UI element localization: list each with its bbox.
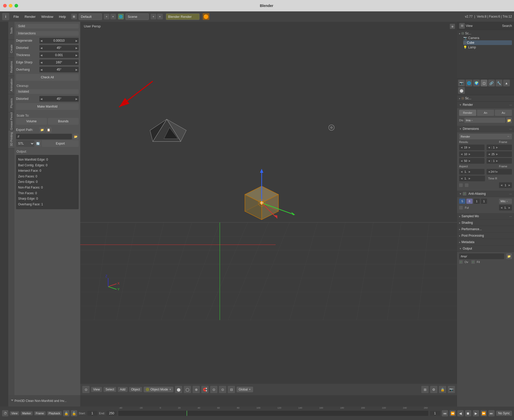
aspect-y-stepper[interactable]: ◀ 1. ▶ <box>459 176 485 181</box>
timeline-frame[interactable]: Frame <box>34 411 46 415</box>
output-folder-icon[interactable]: 📁 <box>506 253 512 259</box>
res-y-stepper[interactable]: ◀ 10 ▶ <box>459 151 484 157</box>
output-path-display[interactable]: /tmp/ <box>459 253 504 259</box>
maximize-button[interactable] <box>14 4 18 8</box>
res-z-stepper[interactable]: ◀ 50 ▶ <box>459 158 484 164</box>
tab-3d-printing[interactable]: 3D Printing <box>8 130 14 148</box>
transform-manipulator[interactable]: ⊕ <box>193 386 200 393</box>
export-path-copy-icon[interactable]: 📋 <box>46 127 52 133</box>
timeline-playback[interactable]: Playback <box>47 411 62 415</box>
object-menu[interactable]: Object <box>129 387 142 392</box>
layout-remove[interactable]: × <box>110 14 116 19</box>
format-select[interactable]: STL <box>16 140 34 147</box>
scene-props-icon[interactable]: 🌐 <box>466 80 472 86</box>
export-copy-icon[interactable]: 🔄 <box>35 141 41 146</box>
aa-val1[interactable]: 5 <box>459 199 465 204</box>
orientation-dropdown[interactable]: Global ▼ <box>237 387 253 392</box>
degenerate-right-arrow[interactable]: ▶ <box>76 39 78 42</box>
lock-btn[interactable]: 🔒 <box>439 386 446 393</box>
current-frame-field[interactable]: 1 <box>430 411 440 416</box>
res-x-stepper[interactable]: ◀ 19 ▶ <box>459 145 484 150</box>
export-button[interactable]: Export <box>42 140 79 147</box>
aspect-x-stepper[interactable]: ◀ 1. ▶ <box>459 169 484 175</box>
edge-sharp-field[interactable]: ◀ 160° ▶ <box>39 59 79 65</box>
performance-header[interactable]: ▸ Performance... <box>457 226 514 233</box>
edge-sharp-right-arrow[interactable]: ▶ <box>76 61 78 64</box>
res-x-left[interactable]: ◀ <box>460 146 463 149</box>
jump-start-btn[interactable]: ⏮ <box>442 410 448 416</box>
layout-dropdown[interactable]: Default <box>79 13 102 20</box>
export-path-input[interactable] <box>16 134 72 139</box>
menu-window[interactable]: Window <box>39 14 56 20</box>
export-path-open-icon[interactable]: 📁 <box>39 127 45 133</box>
degenerate-field[interactable]: ◀ 0.00010 ▶ <box>39 38 79 43</box>
sampled-mo-header[interactable]: ▸ Sampled Mo — <box>457 213 514 220</box>
add-menu[interactable]: Add <box>118 387 127 392</box>
ov-checkbox[interactable]: ✓ <box>459 260 463 264</box>
render-engine-dropdown[interactable]: Blender Render <box>166 13 200 20</box>
bounds-button[interactable]: Bounds <box>48 118 79 125</box>
cleanup-distorted-field[interactable]: ◀ 45° ▶ <box>39 96 79 102</box>
stop-btn[interactable]: ⏹ <box>465 410 471 416</box>
view-settings-btn[interactable]: ⚙ <box>430 386 437 393</box>
scene-add[interactable]: + <box>151 14 156 19</box>
cleanup-distorted-right-arrow[interactable]: ▶ <box>76 98 78 100</box>
tab-animation[interactable]: Animation <box>8 76 14 94</box>
frame-1-stepper[interactable]: ◀ : 1 ▶ <box>487 145 512 150</box>
distorted-field[interactable]: ◀ 45° ▶ <box>39 45 79 51</box>
start-field[interactable]: 1 <box>87 411 98 416</box>
lamp-item[interactable]: 💡 Lamp <box>463 45 512 50</box>
menu-render[interactable]: Render <box>22 14 38 20</box>
frame-3-stepper[interactable]: ◀ : 1 ▶ <box>487 158 512 164</box>
timeline-view[interactable]: View <box>10 411 19 415</box>
tab-physics[interactable]: Physics <box>8 94 14 112</box>
render-anim-btn[interactable]: An <box>477 110 494 116</box>
aa-checkbox[interactable]: ✓ <box>463 192 466 196</box>
jump-end-btn[interactable]: ⏭ <box>488 410 495 416</box>
data-icon[interactable]: ▲ <box>503 80 510 86</box>
layout-add[interactable]: + <box>104 14 109 19</box>
camera-lock-btn[interactable]: 📷 <box>448 386 455 393</box>
timeline-playhead[interactable] <box>187 411 187 416</box>
ima-folder-icon[interactable]: 📁 <box>506 117 512 123</box>
export-path-folder-icon[interactable]: 📂 <box>73 134 79 139</box>
timeline-lock-btn[interactable]: 🔒 <box>63 410 69 416</box>
time-val-stepper[interactable]: ◀ 1 ▶ <box>499 182 512 188</box>
dimensions-section-header[interactable]: ▼ Dimensions — <box>457 126 514 132</box>
aa-val3[interactable]: 1 <box>474 199 480 204</box>
tab-tools[interactable]: Tools <box>8 22 14 40</box>
render-audio-btn[interactable]: Au <box>495 110 512 116</box>
render-section-header[interactable]: ▼ Render — <box>457 102 514 108</box>
full-checkbox[interactable] <box>459 206 463 209</box>
frame-1-right[interactable]: ▶ <box>496 146 498 149</box>
proportional-edit[interactable]: ⊙ <box>210 386 217 393</box>
checkbox-1[interactable] <box>459 183 463 187</box>
scene-remove[interactable]: × <box>157 14 163 19</box>
wire-shading-btn[interactable]: ◯ <box>184 386 191 393</box>
tab-grease-pencil[interactable]: Grease Pencil <box>8 112 14 130</box>
aa-filter-dropdown[interactable]: Mitc ▸ <box>499 199 512 204</box>
orientation-icon[interactable]: ⊟ <box>228 386 235 393</box>
full-val-stepper[interactable]: ◀ 1. ▶ <box>499 205 512 211</box>
tab-create[interactable]: Create <box>8 40 14 58</box>
timeline-marker[interactable]: Marker <box>21 411 33 415</box>
frame-1-left[interactable]: ◀ <box>488 146 490 149</box>
end-field[interactable]: 250 <box>106 411 117 416</box>
step-back-btn[interactable]: ⏪ <box>450 410 456 416</box>
metadata-header[interactable]: ▸ Metadata <box>457 239 514 245</box>
res-x-right[interactable]: ▶ <box>468 146 471 149</box>
blender-icon[interactable]: i <box>2 13 9 20</box>
thickness-right-arrow[interactable]: ▶ <box>76 54 78 57</box>
play-btn[interactable]: ▶ <box>473 410 479 416</box>
tab-relations[interactable]: Relations <box>8 58 14 76</box>
volume-button[interactable]: Volume <box>16 118 47 125</box>
cleanup-distorted-left-arrow[interactable]: ◀ <box>40 98 42 100</box>
material-icon[interactable]: ⬤ <box>458 87 465 94</box>
aa-val4[interactable]: 1 <box>481 199 487 204</box>
close-button[interactable] <box>3 4 7 8</box>
timeline-icon[interactable]: ⏱ <box>2 410 8 416</box>
aa-val2[interactable]: 8 <box>466 199 473 204</box>
ima-dropdown[interactable]: Ima ▸ <box>464 118 505 123</box>
viewport[interactable]: User Persp ⊕ <box>80 22 457 395</box>
fps-stepper[interactable]: ◀ 24 f ▶ <box>487 169 512 175</box>
